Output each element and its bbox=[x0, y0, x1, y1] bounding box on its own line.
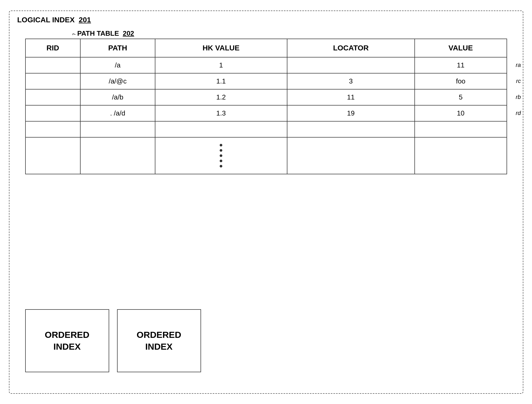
cell-rb-path: /a/b bbox=[80, 89, 155, 105]
cell-rb-hkvalue: 1.2 bbox=[155, 89, 287, 105]
ordered-indexes-section: ORDEREDINDEX ORDEREDINDEX bbox=[25, 309, 201, 372]
col-header-rid: RID bbox=[25, 39, 80, 57]
dot-3 bbox=[220, 154, 222, 157]
cell-rc-rid bbox=[25, 73, 80, 89]
table-row: /a/b 1.2 11 5 rb bbox=[25, 89, 507, 105]
ordered-index-label-2: ORDEREDINDEX bbox=[136, 329, 181, 352]
cell-rd-value: 10 rd bbox=[415, 105, 507, 121]
cell-rc-value: foo rc bbox=[415, 73, 507, 89]
cell-rc-hkvalue: 1.1 bbox=[155, 73, 287, 89]
cell-dots-hkvalue bbox=[155, 137, 287, 174]
cell-rc-path: /a/@c bbox=[80, 73, 155, 89]
cell-rd-path: . /a/d bbox=[80, 105, 155, 121]
dot-1 bbox=[220, 144, 222, 146]
path-table-arrow-icon: ⌐ bbox=[71, 31, 77, 37]
cell-ra-rid bbox=[25, 57, 80, 73]
table-row: /a/@c 1.1 3 foo rc bbox=[25, 73, 507, 89]
cell-rc-locator: 3 bbox=[287, 73, 415, 89]
cell-rb-locator: 11 bbox=[287, 89, 415, 105]
col-header-path: PATH bbox=[80, 39, 155, 57]
cell-dots-path bbox=[80, 137, 155, 174]
dot-4 bbox=[220, 160, 222, 162]
cell-empty-locator bbox=[287, 121, 415, 137]
main-table-wrapper: RID PATH HK VALUE LOCATOR VALUE /a 1 bbox=[25, 39, 507, 174]
ordered-index-box-2: ORDEREDINDEX bbox=[117, 309, 201, 372]
path-table-section: ⌐ PATH TABLE 202 RID PATH HK VALUE LOCAT… bbox=[25, 29, 507, 174]
cell-empty-rid bbox=[25, 121, 80, 137]
ordered-index-label-1: ORDEREDINDEX bbox=[45, 329, 89, 352]
dots-indicator bbox=[157, 144, 285, 167]
cell-ra-hkvalue: 1 bbox=[155, 57, 287, 73]
cell-dots-value bbox=[415, 137, 507, 174]
cell-empty-value bbox=[415, 121, 507, 137]
col-header-hkvalue: HK VALUE bbox=[155, 39, 287, 57]
dot-5 bbox=[220, 165, 222, 167]
cell-rb-rid bbox=[25, 89, 80, 105]
dot-2 bbox=[220, 149, 222, 152]
row-label-rd: rd bbox=[516, 110, 521, 117]
row-label-rc: rc bbox=[516, 78, 521, 85]
cell-rb-value: 5 rb bbox=[415, 89, 507, 105]
path-table-label: PATH TABLE 202 bbox=[77, 29, 134, 38]
cell-dots-rid bbox=[25, 137, 80, 174]
cell-rd-hkvalue: 1.3 bbox=[155, 105, 287, 121]
col-header-value: VALUE bbox=[415, 39, 507, 57]
path-table: RID PATH HK VALUE LOCATOR VALUE /a 1 bbox=[25, 39, 507, 174]
cell-rd-locator: 19 bbox=[287, 105, 415, 121]
logical-index-container: LOGICAL INDEX 201 ⌐ PATH TABLE 202 RID P… bbox=[9, 11, 523, 394]
table-row-empty bbox=[25, 121, 507, 137]
cell-ra-value: 11 ra bbox=[415, 57, 507, 73]
table-header-row: RID PATH HK VALUE LOCATOR VALUE bbox=[25, 39, 507, 57]
logical-index-label: LOGICAL INDEX 201 bbox=[17, 16, 91, 24]
ordered-index-box-1: ORDEREDINDEX bbox=[25, 309, 109, 372]
cell-empty-hkvalue bbox=[155, 121, 287, 137]
table-row: /a 1 11 ra bbox=[25, 57, 507, 73]
cell-rd-rid bbox=[25, 105, 80, 121]
row-label-ra: ra bbox=[516, 62, 521, 69]
cell-dots-locator bbox=[287, 137, 415, 174]
path-table-label-wrapper: ⌐ PATH TABLE 202 bbox=[72, 29, 146, 38]
cell-ra-locator bbox=[287, 57, 415, 73]
cell-empty-path bbox=[80, 121, 155, 137]
col-header-locator: LOCATOR bbox=[287, 39, 415, 57]
cell-ra-path: /a bbox=[80, 57, 155, 73]
table-row-dots bbox=[25, 137, 507, 174]
table-row: . /a/d 1.3 19 10 rd bbox=[25, 105, 507, 121]
row-label-rb: rb bbox=[516, 94, 521, 101]
